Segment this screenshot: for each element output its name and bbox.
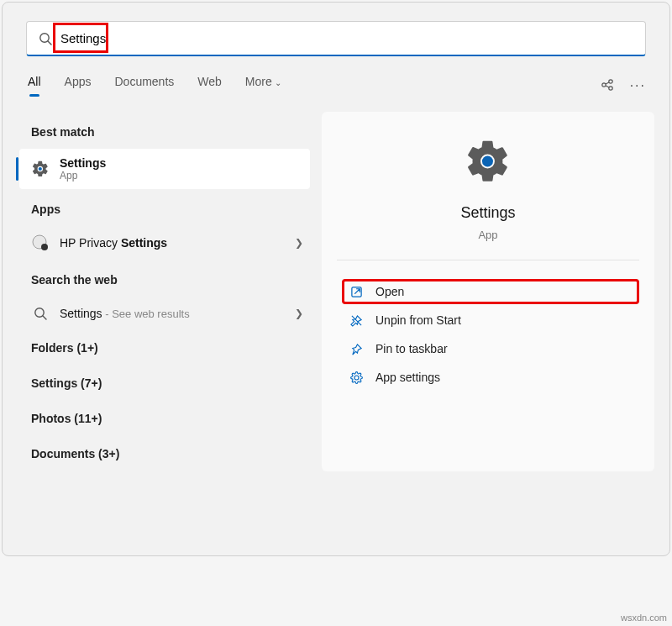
watermark: wsxdn.com [621, 613, 667, 623]
svg-point-12 [482, 155, 493, 166]
settings-count[interactable]: Settings (7+) [3, 366, 318, 401]
preview-subtitle: App [478, 229, 497, 241]
action-open-label: Open [375, 285, 404, 298]
best-match-subtitle: App [60, 170, 106, 181]
preview-header: Settings App [337, 137, 639, 260]
unpin-icon [349, 313, 364, 328]
gear-icon [31, 160, 50, 178]
results-list: Best match Settings App Apps HP Privacy … [3, 112, 318, 471]
tab-web[interactable]: Web [197, 75, 222, 97]
photos-count[interactable]: Photos (11+) [3, 401, 318, 436]
svg-point-2 [601, 82, 605, 86]
more-options-icon[interactable]: ··· [630, 78, 646, 93]
share-icon[interactable] [600, 77, 615, 95]
preview-title: Settings [460, 204, 515, 222]
svg-line-5 [606, 82, 609, 84]
tab-all[interactable]: All [28, 75, 41, 97]
tab-more[interactable]: More⌄ [245, 75, 281, 97]
svg-point-4 [608, 86, 612, 89]
folders-count[interactable]: Folders (1+) [3, 330, 318, 366]
search-window: All Apps Documents Web More⌄ ··· Best ma… [2, 2, 670, 556]
best-match-title: Settings [60, 156, 106, 170]
chevron-down-icon: ⌄ [275, 78, 281, 87]
web-result[interactable]: Settings - See web results ❯ [3, 297, 318, 330]
tab-more-label: More [245, 75, 272, 88]
svg-point-7 [39, 167, 42, 171]
search-icon [31, 304, 50, 323]
app-icon [31, 234, 50, 252]
web-result-text: Settings - See web results [60, 307, 190, 320]
action-pin-label: Pin to taskbar [375, 342, 448, 355]
action-open[interactable]: Open [342, 279, 639, 304]
action-app-settings-label: App settings [375, 371, 440, 384]
documents-count[interactable]: Documents (3+) [3, 436, 318, 471]
svg-line-11 [43, 316, 46, 319]
svg-point-9 [41, 244, 48, 250]
preview-actions: Open Unpin from Start Pin to taskbar [337, 260, 639, 390]
search-bar-container [3, 3, 669, 56]
results-area: Best match Settings App Apps HP Privacy … [3, 97, 669, 471]
best-match-text: Settings App [60, 156, 106, 181]
svg-point-3 [608, 79, 612, 82]
gear-icon-large [464, 137, 512, 189]
tab-apps[interactable]: Apps [65, 75, 92, 97]
section-search-web: Search the web [3, 260, 318, 297]
action-pin-taskbar[interactable]: Pin to taskbar [342, 336, 639, 361]
svg-line-6 [606, 86, 609, 87]
open-icon [349, 284, 364, 299]
search-bar[interactable] [26, 21, 646, 56]
section-apps: Apps [3, 189, 318, 226]
app-result-hp-privacy[interactable]: HP Privacy Settings ❯ [3, 226, 318, 260]
gear-icon [349, 370, 364, 385]
search-icon [39, 32, 52, 45]
best-match-result[interactable]: Settings App [19, 149, 310, 189]
chevron-right-icon: ❯ [295, 308, 303, 319]
preview-panel: Settings App Open Unpin from Start [322, 112, 654, 471]
filter-tabs: All Apps Documents Web More⌄ ··· [3, 56, 669, 97]
action-unpin-label: Unpin from Start [375, 313, 461, 327]
action-app-settings[interactable]: App settings [342, 365, 639, 390]
tab-documents[interactable]: Documents [114, 75, 174, 97]
search-input[interactable] [60, 31, 633, 45]
section-best-match: Best match [3, 112, 318, 149]
svg-line-1 [48, 41, 51, 45]
chevron-right-icon: ❯ [295, 237, 303, 249]
app-result-title: HP Privacy Settings [60, 236, 167, 250]
action-unpin-start[interactable]: Unpin from Start [342, 308, 639, 333]
pin-icon [349, 341, 364, 356]
